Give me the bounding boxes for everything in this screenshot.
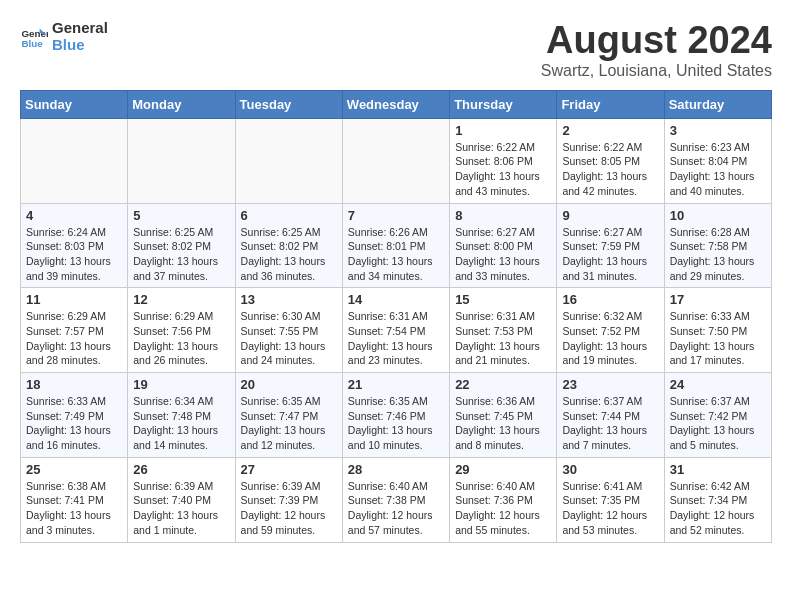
calendar-cell: 1Sunrise: 6:22 AM Sunset: 8:06 PM Daylig… (450, 118, 557, 203)
calendar-cell (21, 118, 128, 203)
calendar-cell: 13Sunrise: 6:30 AM Sunset: 7:55 PM Dayli… (235, 288, 342, 373)
day-number: 28 (348, 462, 444, 477)
calendar-cell (342, 118, 449, 203)
day-number: 26 (133, 462, 229, 477)
day-info: Sunrise: 6:22 AM Sunset: 8:06 PM Dayligh… (455, 140, 551, 199)
day-number: 12 (133, 292, 229, 307)
day-number: 9 (562, 208, 658, 223)
day-header-thursday: Thursday (450, 90, 557, 118)
day-info: Sunrise: 6:35 AM Sunset: 7:46 PM Dayligh… (348, 394, 444, 453)
day-info: Sunrise: 6:29 AM Sunset: 7:56 PM Dayligh… (133, 309, 229, 368)
day-info: Sunrise: 6:25 AM Sunset: 8:02 PM Dayligh… (133, 225, 229, 284)
calendar-cell: 18Sunrise: 6:33 AM Sunset: 7:49 PM Dayli… (21, 373, 128, 458)
calendar-cell: 14Sunrise: 6:31 AM Sunset: 7:54 PM Dayli… (342, 288, 449, 373)
logo-text-blue: Blue (52, 37, 108, 54)
day-number: 20 (241, 377, 337, 392)
calendar-cell: 19Sunrise: 6:34 AM Sunset: 7:48 PM Dayli… (128, 373, 235, 458)
calendar-cell: 7Sunrise: 6:26 AM Sunset: 8:01 PM Daylig… (342, 203, 449, 288)
day-number: 31 (670, 462, 766, 477)
calendar-cell: 5Sunrise: 6:25 AM Sunset: 8:02 PM Daylig… (128, 203, 235, 288)
day-number: 7 (348, 208, 444, 223)
calendar-cell: 17Sunrise: 6:33 AM Sunset: 7:50 PM Dayli… (664, 288, 771, 373)
day-number: 19 (133, 377, 229, 392)
page-header: General Blue General Blue August 2024 Sw… (20, 20, 772, 80)
calendar-cell: 10Sunrise: 6:28 AM Sunset: 7:58 PM Dayli… (664, 203, 771, 288)
calendar-cell: 4Sunrise: 6:24 AM Sunset: 8:03 PM Daylig… (21, 203, 128, 288)
day-number: 30 (562, 462, 658, 477)
title-block: August 2024 Swartz, Louisiana, United St… (541, 20, 772, 80)
calendar-cell: 30Sunrise: 6:41 AM Sunset: 7:35 PM Dayli… (557, 457, 664, 542)
day-number: 8 (455, 208, 551, 223)
calendar-cell: 24Sunrise: 6:37 AM Sunset: 7:42 PM Dayli… (664, 373, 771, 458)
day-header-sunday: Sunday (21, 90, 128, 118)
calendar-cell: 28Sunrise: 6:40 AM Sunset: 7:38 PM Dayli… (342, 457, 449, 542)
logo-text-general: General (52, 20, 108, 37)
calendar-table: SundayMondayTuesdayWednesdayThursdayFrid… (20, 90, 772, 543)
calendar-cell: 27Sunrise: 6:39 AM Sunset: 7:39 PM Dayli… (235, 457, 342, 542)
day-number: 24 (670, 377, 766, 392)
day-number: 3 (670, 123, 766, 138)
day-info: Sunrise: 6:40 AM Sunset: 7:38 PM Dayligh… (348, 479, 444, 538)
day-info: Sunrise: 6:26 AM Sunset: 8:01 PM Dayligh… (348, 225, 444, 284)
day-number: 16 (562, 292, 658, 307)
calendar-cell: 16Sunrise: 6:32 AM Sunset: 7:52 PM Dayli… (557, 288, 664, 373)
day-header-monday: Monday (128, 90, 235, 118)
day-info: Sunrise: 6:30 AM Sunset: 7:55 PM Dayligh… (241, 309, 337, 368)
day-info: Sunrise: 6:34 AM Sunset: 7:48 PM Dayligh… (133, 394, 229, 453)
day-info: Sunrise: 6:27 AM Sunset: 7:59 PM Dayligh… (562, 225, 658, 284)
day-info: Sunrise: 6:36 AM Sunset: 7:45 PM Dayligh… (455, 394, 551, 453)
day-number: 29 (455, 462, 551, 477)
day-header-tuesday: Tuesday (235, 90, 342, 118)
calendar-cell: 23Sunrise: 6:37 AM Sunset: 7:44 PM Dayli… (557, 373, 664, 458)
day-header-saturday: Saturday (664, 90, 771, 118)
day-info: Sunrise: 6:40 AM Sunset: 7:36 PM Dayligh… (455, 479, 551, 538)
day-info: Sunrise: 6:23 AM Sunset: 8:04 PM Dayligh… (670, 140, 766, 199)
day-info: Sunrise: 6:41 AM Sunset: 7:35 PM Dayligh… (562, 479, 658, 538)
day-number: 17 (670, 292, 766, 307)
day-info: Sunrise: 6:22 AM Sunset: 8:05 PM Dayligh… (562, 140, 658, 199)
day-info: Sunrise: 6:37 AM Sunset: 7:44 PM Dayligh… (562, 394, 658, 453)
day-info: Sunrise: 6:27 AM Sunset: 8:00 PM Dayligh… (455, 225, 551, 284)
month-title: August 2024 (541, 20, 772, 62)
day-info: Sunrise: 6:35 AM Sunset: 7:47 PM Dayligh… (241, 394, 337, 453)
calendar-cell: 11Sunrise: 6:29 AM Sunset: 7:57 PM Dayli… (21, 288, 128, 373)
calendar-cell: 3Sunrise: 6:23 AM Sunset: 8:04 PM Daylig… (664, 118, 771, 203)
day-info: Sunrise: 6:39 AM Sunset: 7:40 PM Dayligh… (133, 479, 229, 538)
day-number: 22 (455, 377, 551, 392)
day-number: 21 (348, 377, 444, 392)
logo: General Blue General Blue (20, 20, 108, 53)
day-info: Sunrise: 6:25 AM Sunset: 8:02 PM Dayligh… (241, 225, 337, 284)
calendar-cell: 20Sunrise: 6:35 AM Sunset: 7:47 PM Dayli… (235, 373, 342, 458)
day-header-wednesday: Wednesday (342, 90, 449, 118)
day-info: Sunrise: 6:31 AM Sunset: 7:54 PM Dayligh… (348, 309, 444, 368)
calendar-cell: 8Sunrise: 6:27 AM Sunset: 8:00 PM Daylig… (450, 203, 557, 288)
day-info: Sunrise: 6:28 AM Sunset: 7:58 PM Dayligh… (670, 225, 766, 284)
day-header-friday: Friday (557, 90, 664, 118)
calendar-cell: 21Sunrise: 6:35 AM Sunset: 7:46 PM Dayli… (342, 373, 449, 458)
logo-icon: General Blue (20, 23, 48, 51)
day-number: 15 (455, 292, 551, 307)
day-number: 6 (241, 208, 337, 223)
svg-text:Blue: Blue (21, 37, 43, 48)
day-number: 2 (562, 123, 658, 138)
day-number: 11 (26, 292, 122, 307)
day-info: Sunrise: 6:29 AM Sunset: 7:57 PM Dayligh… (26, 309, 122, 368)
day-number: 10 (670, 208, 766, 223)
day-number: 14 (348, 292, 444, 307)
day-info: Sunrise: 6:33 AM Sunset: 7:49 PM Dayligh… (26, 394, 122, 453)
day-info: Sunrise: 6:24 AM Sunset: 8:03 PM Dayligh… (26, 225, 122, 284)
day-number: 4 (26, 208, 122, 223)
calendar-cell: 29Sunrise: 6:40 AM Sunset: 7:36 PM Dayli… (450, 457, 557, 542)
calendar-cell: 15Sunrise: 6:31 AM Sunset: 7:53 PM Dayli… (450, 288, 557, 373)
calendar-cell: 6Sunrise: 6:25 AM Sunset: 8:02 PM Daylig… (235, 203, 342, 288)
day-number: 18 (26, 377, 122, 392)
calendar-cell: 9Sunrise: 6:27 AM Sunset: 7:59 PM Daylig… (557, 203, 664, 288)
day-number: 13 (241, 292, 337, 307)
calendar-cell (128, 118, 235, 203)
location-subtitle: Swartz, Louisiana, United States (541, 62, 772, 80)
day-info: Sunrise: 6:39 AM Sunset: 7:39 PM Dayligh… (241, 479, 337, 538)
day-info: Sunrise: 6:37 AM Sunset: 7:42 PM Dayligh… (670, 394, 766, 453)
day-info: Sunrise: 6:42 AM Sunset: 7:34 PM Dayligh… (670, 479, 766, 538)
day-info: Sunrise: 6:38 AM Sunset: 7:41 PM Dayligh… (26, 479, 122, 538)
calendar-cell: 25Sunrise: 6:38 AM Sunset: 7:41 PM Dayli… (21, 457, 128, 542)
